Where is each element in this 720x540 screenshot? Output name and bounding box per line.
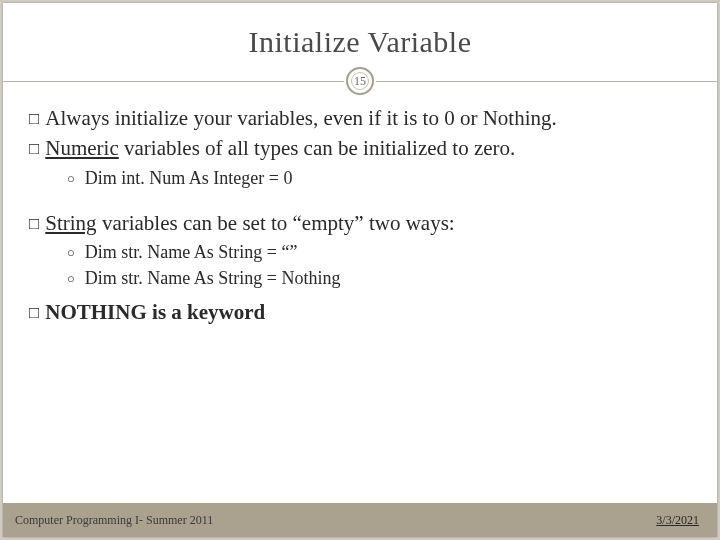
footer-date: 3/3/2021 (656, 513, 699, 528)
bullet-item: □ Numeric variables of all types can be … (29, 135, 691, 161)
sub-bullet-item: ○ Dim str. Name As String = “” (29, 240, 691, 264)
page-number: 15 (354, 74, 366, 89)
bullet-rest: variables of all types can be initialize… (119, 136, 516, 160)
square-bullet-icon: □ (29, 138, 39, 161)
bullet-rest: variables can be set to “empty” two ways… (97, 211, 455, 235)
bold-text: NOTHING is a keyword (45, 300, 265, 324)
underlined-word: Numeric (45, 136, 118, 160)
sub-bullet-item: ○ Dim int. Num As Integer = 0 (29, 166, 691, 190)
bullet-item: □ Always initialize your variables, even… (29, 105, 691, 131)
bullet-item: □ String variables can be set to “empty”… (29, 210, 691, 236)
circle-bullet-icon: ○ (67, 244, 75, 264)
footer: Computer Programming I- Summer 2011 3/3/… (3, 503, 717, 537)
spacer (29, 192, 691, 210)
slide: Initialize Variable 15 □ Always initiali… (3, 3, 717, 537)
content-area: □ Always initialize your variables, even… (3, 95, 717, 325)
page-number-badge: 15 (346, 67, 374, 95)
slide-title: Initialize Variable (3, 3, 717, 67)
title-divider: 15 (3, 67, 717, 95)
square-bullet-icon: □ (29, 108, 39, 131)
circle-bullet-icon: ○ (67, 170, 75, 190)
square-bullet-icon: □ (29, 213, 39, 236)
underlined-word: String (45, 211, 96, 235)
sub-bullet-text: Dim str. Name As String = “” (85, 240, 298, 264)
bullet-text: Always initialize your variables, even i… (45, 105, 691, 131)
divider-line-left (3, 81, 344, 82)
divider-line-right (376, 81, 717, 82)
sub-bullet-text: Dim int. Num As Integer = 0 (85, 166, 293, 190)
footer-left: Computer Programming I- Summer 2011 (15, 513, 213, 528)
circle-bullet-icon: ○ (67, 270, 75, 290)
square-bullet-icon: □ (29, 302, 39, 325)
bullet-item: □ NOTHING is a keyword (29, 299, 691, 325)
bullet-text: NOTHING is a keyword (45, 299, 691, 325)
sub-bullet-text: Dim str. Name As String = Nothing (85, 266, 341, 290)
sub-bullet-item: ○ Dim str. Name As String = Nothing (29, 266, 691, 290)
bullet-text: String variables can be set to “empty” t… (45, 210, 691, 236)
bullet-text: Numeric variables of all types can be in… (45, 135, 691, 161)
